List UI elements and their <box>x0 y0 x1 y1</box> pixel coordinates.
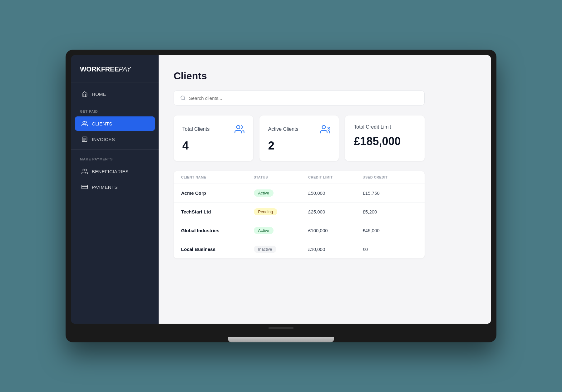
stats-row: Total Clients 4 <box>174 115 425 161</box>
invoices-icon <box>81 136 88 143</box>
client-credit-limit-acme: £50,000 <box>308 190 362 196</box>
table-row[interactable]: Local Business Inactive £10,000 £0 <box>174 240 425 258</box>
stat-card-active-clients: Active Clients 2 <box>259 115 339 161</box>
stat-total-clients-label: Total Clients <box>182 126 210 132</box>
logo-bold: WORKFREE <box>80 65 119 73</box>
table-row[interactable]: TechStart Ltd Pending £25,000 £5,200 <box>174 203 425 221</box>
sidebar-item-home[interactable]: HOME <box>75 87 155 101</box>
sidebar-clients-label: Clients <box>92 121 112 126</box>
stat-active-clients-value: 2 <box>268 139 330 152</box>
stat-active-clients-label: Active Clients <box>268 126 298 132</box>
stat-credit-limit-label: Total Credit Limit <box>354 124 391 130</box>
clients-table: CLIENT NAME STATUS CREDIT LIMIT USED CRE… <box>174 171 425 258</box>
client-name-global: Global Industries <box>181 228 254 233</box>
search-bar <box>174 91 425 105</box>
client-name-techstart: TechStart Ltd <box>181 209 254 214</box>
page-title: Clients <box>174 70 425 82</box>
client-used-credit-local: £0 <box>363 247 417 252</box>
sidebar-invoices-label: Invoices <box>92 137 115 142</box>
table-row[interactable]: Global Industries Active £100,000 £45,00… <box>174 221 425 240</box>
svg-point-0 <box>83 121 85 124</box>
main-content: Clients Total Clients <box>159 55 491 324</box>
sidebar-item-payments[interactable]: Payments <box>75 180 155 194</box>
stat-card-credit-limit: Total Credit Limit £185,000 <box>345 115 425 161</box>
logo-italic: PAY <box>119 65 131 73</box>
sidebar-divider-3 <box>71 149 159 150</box>
col-client-name: CLIENT NAME <box>181 175 254 179</box>
client-used-credit-techstart: £5,200 <box>363 209 417 214</box>
app-logo: WORKFREEPAY <box>71 55 159 82</box>
svg-point-5 <box>83 169 85 171</box>
col-credit-limit: CREDIT LIMIT <box>308 175 362 179</box>
col-used-credit: USED CREDIT <box>363 175 417 179</box>
laptop-frame: WORKFREEPAY HOME GET PAID <box>66 50 496 342</box>
table-header: CLIENT NAME STATUS CREDIT LIMIT USED CRE… <box>174 171 425 184</box>
stat-credit-limit-value: £185,000 <box>354 135 416 148</box>
client-status-local: Inactive <box>254 246 308 253</box>
status-badge-inactive: Inactive <box>254 246 277 253</box>
laptop-screen: WORKFREEPAY HOME GET PAID <box>71 55 491 324</box>
sidebar-section-get-paid: GET PAID <box>71 106 159 116</box>
home-icon <box>81 91 88 97</box>
svg-rect-6 <box>82 185 87 189</box>
search-icon <box>180 95 186 101</box>
client-status-techstart: Pending <box>254 208 308 215</box>
sidebar-section-make-payments: MAKE PAYMENTS <box>71 154 159 164</box>
table-row[interactable]: Acme Corp Active £50,000 £15,750 <box>174 184 425 203</box>
client-credit-limit-techstart: £25,000 <box>308 209 362 214</box>
sidebar-divider-2 <box>71 102 159 102</box>
sidebar-item-clients[interactable]: Clients <box>75 116 155 131</box>
sidebar-payments-label: Payments <box>92 184 118 190</box>
stat-card-total-clients: Total Clients 4 <box>174 115 253 161</box>
client-used-credit-acme: £15,750 <box>363 190 417 196</box>
svg-point-10 <box>236 125 240 129</box>
sidebar-item-invoices[interactable]: Invoices <box>75 132 155 146</box>
client-name-acme: Acme Corp <box>181 190 254 196</box>
beneficiaries-icon <box>81 168 88 175</box>
client-used-credit-global: £45,000 <box>363 228 417 233</box>
col-status: STATUS <box>254 175 308 179</box>
client-credit-limit-global: £100,000 <box>308 228 362 233</box>
clients-icon <box>81 120 88 127</box>
sidebar-home-label: HOME <box>92 91 106 97</box>
client-name-local: Local Business <box>181 247 254 252</box>
sidebar-divider-1 <box>71 82 159 82</box>
search-input[interactable] <box>189 96 418 101</box>
laptop-notch <box>269 327 293 329</box>
status-badge-active-2: Active <box>254 227 274 234</box>
status-badge-pending: Pending <box>254 208 278 215</box>
sidebar: WORKFREEPAY HOME GET PAID <box>71 55 159 324</box>
sidebar-beneficiaries-label: Beneficiaries <box>92 169 129 174</box>
stat-total-clients-value: 4 <box>182 139 244 152</box>
total-clients-icon <box>234 124 244 134</box>
laptop-base <box>228 337 334 342</box>
svg-line-9 <box>184 99 185 100</box>
client-status-acme: Active <box>254 189 308 197</box>
active-clients-icon <box>320 124 330 134</box>
status-badge-active: Active <box>254 189 274 197</box>
client-credit-limit-local: £10,000 <box>308 247 362 252</box>
sidebar-item-beneficiaries[interactable]: Beneficiaries <box>75 164 155 179</box>
payments-icon <box>81 184 88 190</box>
svg-point-11 <box>322 125 326 129</box>
client-status-global: Active <box>254 227 308 234</box>
